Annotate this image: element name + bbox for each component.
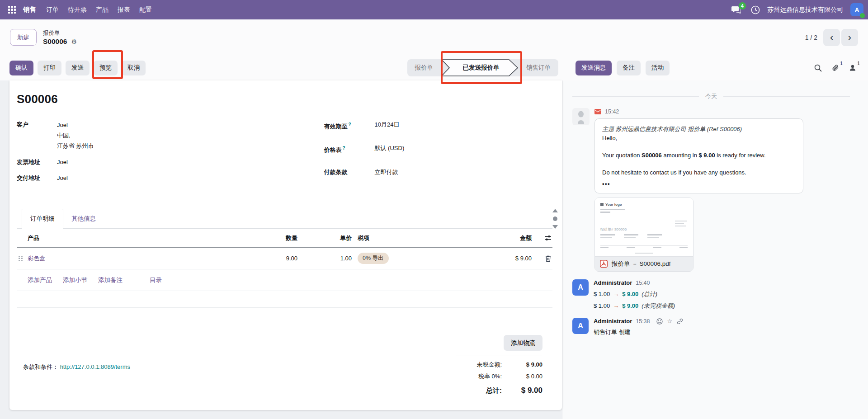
expiration-field[interactable]: 10月24日	[375, 120, 400, 131]
pager-next-button[interactable]: ›	[841, 29, 858, 46]
pager-previous-button[interactable]: ‹	[823, 29, 840, 46]
email-contact-line: Do not hesitate to contact us if you hav…	[602, 168, 796, 177]
product-link[interactable]: 彩色盒	[28, 255, 45, 262]
delete-line-icon[interactable]	[545, 255, 552, 262]
form-view: S00006 客户 Joel 中国, 江苏省 苏州市 发票地址 Joel	[0, 80, 562, 419]
admin-avatar: A	[572, 318, 589, 334]
untaxed-amount-value: $ 9.00	[508, 361, 542, 368]
invoice-address-label: 发票地址	[17, 157, 57, 167]
breadcrumb-current: S00006	[43, 38, 67, 46]
nav-menu-config[interactable]: 配置	[135, 6, 156, 14]
online-status-dot	[860, 13, 865, 18]
column-product: 产品	[28, 234, 255, 242]
nav-menu-products[interactable]: 产品	[91, 6, 113, 14]
admin-avatar: A	[572, 279, 589, 296]
expand-message-button[interactable]: •••	[602, 179, 796, 188]
nav-app-sales[interactable]: 销售	[21, 5, 42, 14]
customer-label: 客户	[17, 120, 57, 151]
user-avatar[interactable]: A	[850, 3, 863, 16]
company-switcher[interactable]: 苏州远鼎信息技术有限公司	[767, 6, 843, 14]
gear-icon[interactable]: ⚙	[71, 38, 77, 45]
help-icon[interactable]: ?	[349, 122, 351, 127]
total-label: 总计:	[486, 386, 502, 395]
cancel-button[interactable]: 取消	[122, 61, 146, 75]
pdf-attachment-card[interactable]: Your logo 报价单# S00006	[594, 198, 693, 272]
column-quantity: 数量	[255, 234, 297, 242]
notebook-tabs: 订单明细 其他信息	[17, 209, 552, 229]
search-messages-icon[interactable]	[814, 64, 822, 72]
add-reaction-icon[interactable]	[656, 318, 663, 325]
messages-icon[interactable]: 4	[731, 6, 741, 14]
link-icon[interactable]	[677, 318, 683, 325]
total-value: $ 9.00	[508, 386, 542, 395]
followers-icon[interactable]: 1	[849, 64, 856, 71]
attachment-count: 1	[840, 61, 843, 66]
delivery-address-field[interactable]: Joel	[57, 173, 68, 183]
nav-menu-reporting[interactable]: 报表	[113, 6, 135, 14]
attachments-icon[interactable]: 1	[832, 64, 839, 72]
breadcrumb-parent[interactable]: 报价单	[43, 29, 77, 37]
message-author[interactable]: Administrator	[594, 318, 632, 325]
new-button[interactable]: 新建	[10, 29, 37, 46]
payment-terms-field[interactable]: 立即付款	[375, 167, 398, 177]
status-step-quotation[interactable]: 报价单	[407, 64, 441, 72]
send-message-button[interactable]: 发送消息	[576, 61, 612, 75]
order-lines-header: 产品 数量 单价 税项 金额	[17, 229, 552, 248]
apps-grid-icon[interactable]	[8, 6, 16, 14]
tab-other-info[interactable]: 其他信息	[63, 209, 104, 228]
top-navbar: 销售 订单 待开票 产品 报表 配置 4 苏州远鼎信息技术有限公司 A	[0, 0, 868, 19]
chatter-panel: 今天 15:42 主题 苏州远鼎信息技术有限公司 报价单 (Ref S00006…	[562, 80, 868, 419]
add-product-link[interactable]: 添加产品	[28, 276, 52, 284]
scroll-indicator[interactable]	[552, 209, 558, 229]
chatter-toolbar: 发送消息 备注 活动 1 1	[562, 55, 868, 80]
optional-columns-icon[interactable]	[544, 235, 552, 241]
log-message-body: 销售订单 创建	[594, 328, 850, 336]
preview-button[interactable]: 预览	[94, 61, 118, 75]
totals-block: 未税金额: $ 9.00 税率 0%: $ 0.00 总计: $ 9.00	[456, 356, 542, 399]
date-divider: 今天	[572, 92, 850, 100]
print-button[interactable]: 打印	[38, 61, 61, 75]
activities-button[interactable]: 活动	[646, 61, 670, 75]
log-note-button[interactable]: 备注	[617, 61, 641, 75]
help-icon[interactable]: ?	[343, 146, 345, 151]
add-shipping-button[interactable]: 添加物流	[504, 335, 542, 351]
scroll-dot-icon[interactable]	[553, 217, 557, 221]
add-section-link[interactable]: 添加小节	[63, 276, 87, 284]
activities-clock-icon[interactable]	[751, 5, 760, 14]
terms-label: 条款和条件：	[23, 363, 58, 370]
messages-badge: 4	[739, 2, 746, 9]
record-pager: 1 / 2 ‹ ›	[805, 29, 858, 46]
tax-tag[interactable]: 0% 导出	[358, 253, 389, 264]
column-taxes: 税项	[352, 234, 464, 242]
terms-and-conditions: 条款和条件： http://127.0.0.1:8089/terms	[23, 363, 130, 399]
line-quantity[interactable]: 9.00	[255, 255, 297, 262]
untaxed-amount-label: 未税金额:	[476, 361, 502, 369]
order-line-row: 彩色盒 9.00 1.00 0% 导出 $ 9.00	[17, 248, 552, 269]
tax-label: 税率 0%:	[478, 372, 502, 381]
line-unit-price[interactable]: 1.00	[297, 255, 352, 262]
record-title: S00006	[17, 92, 552, 106]
scroll-down-icon[interactable]	[552, 225, 558, 229]
catalog-link[interactable]: 目录	[150, 276, 162, 284]
public-user-avatar	[572, 108, 590, 125]
tab-order-lines[interactable]: 订单明细	[22, 209, 63, 229]
column-amount: 金额	[464, 234, 532, 242]
confirm-button[interactable]: 确认	[9, 61, 33, 75]
message-time: 15:42	[605, 108, 619, 115]
send-button[interactable]: 发送	[66, 61, 90, 75]
nav-menu-to-invoice[interactable]: 待开票	[63, 6, 91, 14]
add-note-link[interactable]: 添加备注	[98, 276, 123, 284]
star-icon[interactable]: ☆	[667, 318, 673, 324]
customer-field[interactable]: Joel 中国, 江苏省 苏州市	[57, 120, 94, 151]
scroll-up-icon[interactable]	[552, 209, 558, 212]
invoice-address-field[interactable]: Joel	[57, 157, 68, 167]
terms-link[interactable]: http://127.0.0.1:8089/terms	[60, 363, 130, 370]
drag-handle-icon[interactable]	[19, 256, 23, 261]
message-time: 15:40	[636, 280, 650, 286]
nav-menu-orders[interactable]: 订单	[42, 6, 63, 14]
pricelist-label: 价格表?	[324, 143, 375, 155]
pricelist-field[interactable]: 默认 (USD)	[375, 143, 405, 155]
message-author[interactable]: Administrator	[594, 279, 632, 286]
status-step-sales-order[interactable]: 销售订单	[519, 64, 558, 72]
status-step-quotation-sent[interactable]: 已发送报价单	[441, 59, 519, 76]
